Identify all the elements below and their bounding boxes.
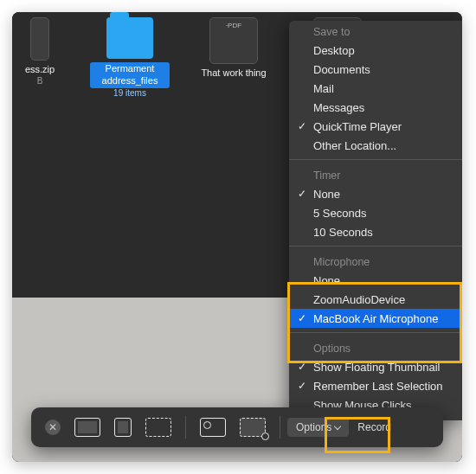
file-name: ess.zip <box>25 64 55 76</box>
highlight-options-button <box>325 417 390 453</box>
record-selection-icon[interactable] <box>240 418 266 437</box>
menu-item[interactable]: Messages <box>289 98 462 117</box>
menu-item[interactable]: Other Location... <box>289 136 462 155</box>
file-subtitle: 19 items <box>113 88 146 99</box>
desktop-file[interactable]: ess.zipB <box>14 17 66 138</box>
menu-divider <box>289 246 462 247</box>
capture-window-icon[interactable] <box>114 418 132 437</box>
menu-item[interactable]: QuickTime Player <box>289 117 462 136</box>
menu-divider <box>289 159 462 160</box>
menu-item[interactable]: 5 Seconds <box>289 203 462 222</box>
menu-header: Timer <box>289 164 462 184</box>
separator <box>185 416 186 439</box>
menu-item[interactable]: Desktop <box>289 41 462 60</box>
menu-header: Microphone <box>289 251 462 271</box>
close-icon[interactable]: ✕ <box>45 420 61 435</box>
menu-header: Save to <box>289 21 462 41</box>
menu-item[interactable]: None <box>289 184 462 203</box>
folder-icon <box>106 17 153 59</box>
desktop-file[interactable]: Permament address_files19 items <box>90 17 170 138</box>
doc-icon: ·PDF <box>209 17 258 64</box>
desktop-file[interactable]: ·PDFThat work thing <box>194 17 273 138</box>
menu-item[interactable]: Documents <box>289 60 462 79</box>
capture-selection-icon[interactable] <box>145 418 171 437</box>
file-subtitle: B <box>37 76 43 87</box>
menu-item[interactable]: Mail <box>289 79 462 98</box>
file-name: That work thing <box>201 67 266 80</box>
record-entire-screen-icon[interactable] <box>200 418 226 437</box>
file-name: Permament address_files <box>90 62 170 88</box>
menu-item[interactable]: 10 Seconds <box>289 222 462 241</box>
zip-icon <box>30 17 49 61</box>
menu-item[interactable]: Remember Last Selection <box>289 376 462 395</box>
highlight-microphone-section <box>287 282 462 363</box>
capture-entire-screen-icon[interactable] <box>74 418 100 437</box>
separator <box>280 416 280 439</box>
